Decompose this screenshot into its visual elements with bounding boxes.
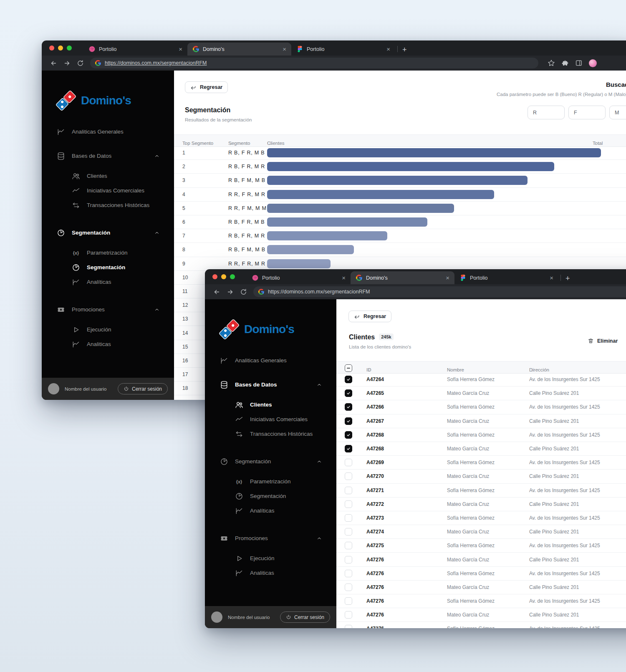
sidebar-group-bases-de-datos[interactable]: Bases de Datos xyxy=(205,377,336,392)
logout-button[interactable]: Cerrar sesión xyxy=(118,383,168,394)
minimize-window-button[interactable] xyxy=(221,274,226,279)
window-controls xyxy=(212,274,235,279)
reload-icon[interactable] xyxy=(237,287,250,297)
sidebar-item-analiticas-promo[interactable]: Analiticas xyxy=(205,566,336,580)
client-id: A47268 xyxy=(366,446,384,452)
row-checkbox[interactable] xyxy=(345,528,352,536)
row-checkbox[interactable] xyxy=(345,597,352,605)
sidebar-group-promociones[interactable]: Promociones xyxy=(42,302,174,317)
tab-portolio-dribbble[interactable]: Portolio × xyxy=(247,271,351,284)
tab-dominos[interactable]: Domino's × xyxy=(351,271,454,284)
trend-line-icon xyxy=(235,415,243,424)
sidebar-item-clientes[interactable]: Clientes xyxy=(205,397,336,412)
sidebar-item-parametrizacion[interactable]: Parametrización xyxy=(42,245,174,260)
eliminar-button[interactable]: Eliminar xyxy=(588,338,618,344)
sidebar-group-segmentacion[interactable]: Segmentación xyxy=(42,225,174,240)
tab-close-icon[interactable]: × xyxy=(341,274,347,281)
sidebar-item-segmentacion[interactable]: Segmentación xyxy=(205,489,336,503)
sidebar-item-ejecucion[interactable]: Ejecución xyxy=(42,322,174,337)
tab-portolio-figma[interactable]: Portolio × xyxy=(291,43,395,56)
rfm-parameter-input[interactable] xyxy=(568,106,606,119)
pie-chart-icon xyxy=(235,492,243,500)
tab-close-icon[interactable]: × xyxy=(444,274,451,281)
sidebar-item-analiticas-generales[interactable]: Analiticas Generales xyxy=(205,353,336,368)
row-checkbox[interactable] xyxy=(345,417,352,425)
client-row: A47276 Mateo García Cruz Calle Pino Suár… xyxy=(336,553,626,566)
select-all-checkbox[interactable] xyxy=(345,364,352,372)
profile-avatar[interactable] xyxy=(589,59,597,67)
forward-nav-icon[interactable] xyxy=(60,58,73,68)
sidebar-item-analiticas-seg[interactable]: Analíticas xyxy=(42,275,174,289)
row-checkbox[interactable] xyxy=(345,459,352,466)
sidebar-item-parametrizacion[interactable]: Parametrización xyxy=(205,474,336,489)
sidebar-item-clientes[interactable]: Clientes xyxy=(42,169,174,183)
row-checkbox[interactable] xyxy=(345,542,352,549)
row-checkbox[interactable] xyxy=(345,472,352,480)
row-checkbox[interactable] xyxy=(345,625,352,628)
reload-icon[interactable] xyxy=(73,58,87,68)
segment-table-header: Top Segmento↓ Segmento↓ Clientes↓ Total↓ xyxy=(174,134,626,147)
close-window-button[interactable] xyxy=(212,274,217,279)
tab-portolio-figma[interactable]: Portolio × xyxy=(454,271,558,284)
client-row: A47270 Mateo García Cruz Calle Pino Suár… xyxy=(336,470,626,483)
maximize-window-button[interactable] xyxy=(67,45,72,51)
row-checkbox[interactable] xyxy=(345,570,352,577)
sidebar-item-transacciones-historicas[interactable]: Transacciones Históricas xyxy=(205,427,336,441)
regresar-button[interactable]: Regresar xyxy=(348,311,391,322)
sidebar-item-analiticas-generales[interactable]: Analiticas Generales xyxy=(42,124,174,139)
back-nav-icon[interactable] xyxy=(47,58,60,68)
client-address: Calle Pino Suárez 201 xyxy=(529,557,579,563)
row-checkbox[interactable] xyxy=(345,500,352,508)
segment-label: R B, F R, M R xyxy=(228,233,265,239)
address-bar[interactable]: https://dominos.com.mx/sergmentacionRFM xyxy=(253,286,626,297)
row-checkbox[interactable] xyxy=(345,403,352,411)
sidebar-item-transacciones-historicas[interactable]: Transacciones Históricas xyxy=(42,198,174,212)
client-name: Sofía Herrera Gómez xyxy=(447,626,495,628)
client-address: Calle Pino Suárez 201 xyxy=(529,612,579,618)
rfm-parameter-input[interactable] xyxy=(528,106,565,119)
extensions-puzzle-icon[interactable] xyxy=(561,59,569,67)
client-row: A47275 Sofía Herrera Gómez Av. de los In… xyxy=(336,539,626,553)
tab-dominos[interactable]: Domino's × xyxy=(187,43,291,56)
sidebar-item-ejecucion[interactable]: Ejecución xyxy=(205,551,336,566)
row-checkbox[interactable] xyxy=(345,389,352,397)
check-icon xyxy=(346,433,351,437)
row-checkbox[interactable] xyxy=(345,376,352,383)
close-window-button[interactable] xyxy=(49,45,54,51)
row-checkbox[interactable] xyxy=(345,611,352,619)
address-bar[interactable]: https://dominos.com.mx/sergmentacionRFM xyxy=(90,58,538,68)
logout-button[interactable]: Cerrar sesión xyxy=(280,611,330,623)
row-checkbox[interactable] xyxy=(345,431,352,439)
tab-close-icon[interactable]: × xyxy=(177,45,184,53)
tab-portolio-dribbble[interactable]: Portolio × xyxy=(83,43,187,56)
sidebar-item-segmentacion[interactable]: Segmentación xyxy=(42,260,174,275)
sidebar-group-segmentacion[interactable]: Segmentación xyxy=(205,454,336,469)
client-id: A47276 xyxy=(366,584,384,590)
sidebar-item-analiticas-seg[interactable]: Analíticas xyxy=(205,503,336,518)
row-checkbox[interactable] xyxy=(345,445,352,452)
new-tab-button[interactable]: + xyxy=(402,46,407,53)
sidebar-group-bases-de-datos[interactable]: Bases de Datos xyxy=(42,149,174,163)
row-checkbox[interactable] xyxy=(345,556,352,563)
tab-close-icon[interactable]: × xyxy=(548,274,555,281)
clients-table-header: ID↓ Nombre↓ Dirección↓ xyxy=(336,361,626,374)
rfm-parameter-input[interactable] xyxy=(609,106,626,119)
row-checkbox[interactable] xyxy=(345,487,352,494)
back-nav-icon[interactable] xyxy=(210,287,223,297)
row-checkbox[interactable] xyxy=(345,584,352,591)
sidebar-group-promociones[interactable]: Promociones xyxy=(205,531,336,546)
sidebar-item-iniciativas-comerciales[interactable]: Iniciativas Comerciales xyxy=(205,412,336,427)
tab-close-icon[interactable]: × xyxy=(281,45,288,53)
sidebar-item-analiticas-promo[interactable]: Analiticas xyxy=(42,337,174,351)
new-tab-button[interactable]: + xyxy=(565,275,570,282)
bookmark-star-icon[interactable] xyxy=(548,59,555,67)
minimize-window-button[interactable] xyxy=(58,45,63,51)
forward-nav-icon[interactable] xyxy=(223,287,237,297)
front-browser-window: Portolio × Domino's × Portolio × xyxy=(205,269,626,628)
tab-close-icon[interactable]: × xyxy=(385,45,391,53)
regresar-button[interactable]: Regresar xyxy=(185,81,228,93)
row-checkbox[interactable] xyxy=(345,514,352,522)
maximize-window-button[interactable] xyxy=(230,274,235,279)
sidebar-item-iniciativas-comerciales[interactable]: Iniciativas Comerciales xyxy=(42,183,174,198)
side-panel-icon[interactable] xyxy=(575,59,583,67)
